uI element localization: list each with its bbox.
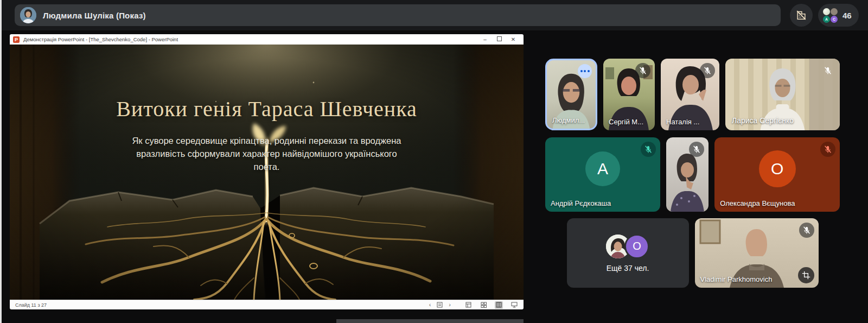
building-slash-icon bbox=[795, 9, 807, 21]
participant-initial-avatar: О bbox=[759, 150, 796, 187]
mic-muted-badge bbox=[799, 223, 814, 238]
overflow-initial-avatar: О bbox=[624, 234, 649, 259]
participants-count-pill[interactable]: A C 46 bbox=[818, 4, 859, 27]
mini-avatar-a: A bbox=[823, 16, 830, 23]
screen-left-edge bbox=[0, 0, 2, 323]
participant-tile-larysa[interactable]: Лариса Сергієнко bbox=[725, 59, 840, 130]
participants-grid: Людмил... Сергій М... bbox=[545, 59, 840, 288]
previous-slide-icon: ‹ bbox=[429, 302, 431, 308]
mic-muted-badge bbox=[635, 63, 650, 78]
mic-off-icon bbox=[824, 66, 832, 75]
participant-name: Сергій М... bbox=[609, 118, 643, 126]
overflow-avatars: О bbox=[606, 234, 649, 259]
window-controls: – ✕ bbox=[478, 34, 520, 45]
ppt-statusbar: Слайд 11 з 27 ‹ › bbox=[10, 300, 524, 309]
more-options-button[interactable] bbox=[578, 64, 592, 78]
mini-avatar-c: C bbox=[831, 16, 838, 23]
crop-video-button[interactable] bbox=[798, 267, 814, 283]
participant-tile-serhii[interactable]: Сергій М... bbox=[603, 59, 655, 130]
mic-off-icon bbox=[644, 145, 653, 154]
mic-muted-badge bbox=[700, 63, 715, 78]
participant-tile-andrii[interactable]: А Андрій Рєдкокаша bbox=[545, 137, 660, 212]
mini-avatar-photo bbox=[823, 8, 830, 15]
participant-name: Олександра Вєщунова bbox=[720, 199, 795, 207]
mic-muted-badge bbox=[820, 63, 835, 78]
ppt-view-controls: ‹ › bbox=[429, 301, 518, 309]
participant-tile-natalia[interactable]: Наталія ... bbox=[661, 59, 719, 130]
participant-tile-oleksandra[interactable]: О Олександра Вєщунова bbox=[714, 137, 840, 212]
restore-icon bbox=[492, 34, 506, 45]
crop-icon bbox=[802, 271, 810, 280]
slide-sorter-icon bbox=[480, 301, 488, 309]
participant-tile-unnamed[interactable] bbox=[666, 137, 709, 212]
normal-view-icon bbox=[464, 301, 473, 309]
participant-name: Людмил... bbox=[552, 116, 585, 124]
participant-name: Vladimir Parkhomovich bbox=[700, 275, 773, 283]
participant-name: Андрій Рєдкокаша bbox=[551, 199, 611, 207]
slide-subtitle: Як суворе середовище кріпацтва, родинні … bbox=[126, 135, 408, 174]
overflow-participants-tile[interactable]: О Ещё 37 чел. bbox=[567, 218, 689, 288]
overflow-count-label: Ещё 37 чел. bbox=[607, 264, 649, 273]
slide-canvas: Витоки генія Тараса Шевченка Як суворе с… bbox=[10, 45, 524, 300]
ppt-window-title: Демонстрація PowerPoint - [The_Shevchenk… bbox=[23, 36, 178, 42]
slide-title: Витоки генія Тараса Шевченка bbox=[10, 96, 524, 122]
mic-off-icon bbox=[802, 226, 811, 235]
mic-muted-badge bbox=[641, 142, 656, 157]
presenter-avatar bbox=[20, 7, 36, 23]
shared-screen-powerpoint[interactable]: P Демонстрація PowerPoint - [The_Shevche… bbox=[10, 34, 524, 309]
next-slide-icon: › bbox=[449, 302, 451, 308]
participant-name: Лариса Сергієнко bbox=[732, 116, 794, 125]
mic-muted-badge bbox=[820, 142, 835, 157]
participant-tile-ludmyla[interactable]: Людмил... bbox=[545, 59, 597, 130]
participant-count: 46 bbox=[843, 11, 852, 20]
backgrounds-disabled-button[interactable] bbox=[790, 4, 813, 27]
slideshow-view-icon bbox=[510, 301, 518, 309]
minimize-icon: – bbox=[478, 34, 492, 45]
mic-off-icon bbox=[639, 66, 647, 75]
mini-avatar-gray bbox=[831, 8, 838, 15]
powerpoint-icon: P bbox=[13, 36, 20, 43]
reading-view-icon bbox=[495, 301, 503, 309]
meeting-screen: Людмила Шуліка (Показ) A C 46 P Демонстр… bbox=[0, 0, 868, 323]
participant-name: Наталія ... bbox=[666, 118, 699, 126]
slide-counter: Слайд 11 з 27 bbox=[15, 302, 47, 308]
participant-tile-vladimir[interactable]: Vladimir Parkhomovich bbox=[695, 218, 819, 288]
participant-avatars-cluster: A C bbox=[823, 8, 838, 23]
presenter-name: Людмила Шуліка (Показ) bbox=[43, 11, 146, 20]
participant-initial-avatar: А bbox=[585, 151, 620, 186]
ppt-titlebar: P Демонстрація PowerPoint - [The_Shevche… bbox=[10, 34, 524, 45]
close-icon: ✕ bbox=[506, 34, 520, 45]
slide-menu-icon bbox=[436, 301, 444, 309]
meet-toolbar-edge bbox=[336, 319, 524, 323]
mic-off-icon bbox=[824, 145, 832, 154]
mic-off-icon bbox=[703, 66, 712, 75]
presenter-banner[interactable]: Людмила Шуліка (Показ) bbox=[15, 4, 781, 26]
mic-off-icon bbox=[692, 145, 701, 154]
